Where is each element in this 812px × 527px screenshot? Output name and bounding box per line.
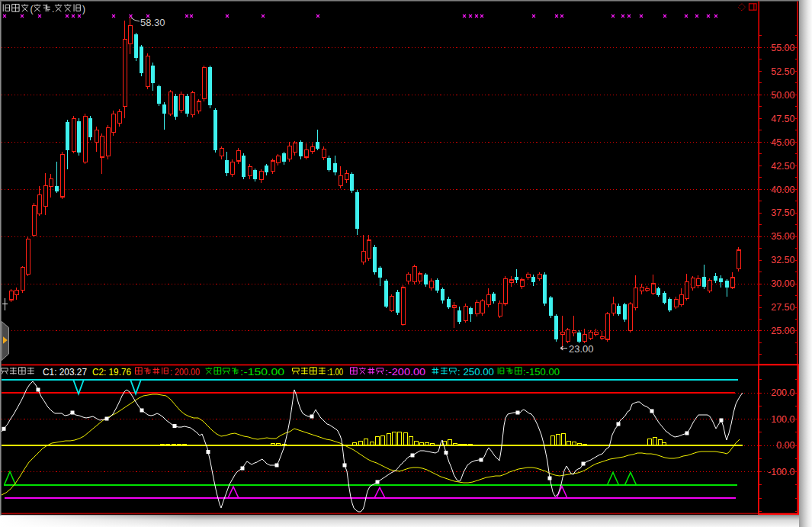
svg-text:23.00: 23.00	[569, 343, 594, 355]
svg-text:40.00: 40.00	[771, 185, 794, 195]
svg-text:55.00: 55.00	[771, 43, 794, 53]
svg-text:C2: 19.76: C2: 19.76	[92, 367, 131, 378]
svg-text:0.00: 0.00	[776, 440, 794, 451]
svg-text:100.0: 100.0	[771, 414, 794, 425]
svg-text:52.50: 52.50	[771, 66, 794, 77]
svg-text:50.00: 50.00	[771, 90, 794, 101]
svg-text:: 250.00: : 250.00	[457, 367, 494, 378]
svg-text:.: .	[52, 3, 54, 14]
svg-text:): )	[82, 3, 85, 14]
svg-text:25.00: 25.00	[771, 326, 794, 336]
svg-text:32.50: 32.50	[771, 255, 794, 265]
svg-text:30.00: 30.00	[771, 278, 794, 289]
svg-text:37.50: 37.50	[771, 207, 794, 218]
svg-text:200.0: 200.0	[771, 387, 794, 398]
svg-text:45.00: 45.00	[771, 137, 794, 148]
svg-text::-150.00: :-150.00	[240, 367, 284, 378]
svg-text::1.00: :1.00	[327, 367, 343, 378]
svg-text:C1: 203.27: C1: 203.27	[43, 367, 87, 378]
svg-text:27.50: 27.50	[771, 302, 794, 313]
svg-text:35.00: 35.00	[771, 231, 794, 242]
svg-text:47.50: 47.50	[771, 114, 794, 124]
svg-text:58.30: 58.30	[140, 17, 165, 28]
svg-text:-100.0: -100.0	[768, 467, 794, 477]
svg-text:: 200.00: : 200.00	[170, 367, 200, 378]
svg-text::-150.00: :-150.00	[523, 367, 560, 378]
svg-text:42.50: 42.50	[771, 161, 794, 172]
svg-text:(: (	[30, 3, 34, 14]
svg-text::-200.00: :-200.00	[385, 367, 425, 378]
